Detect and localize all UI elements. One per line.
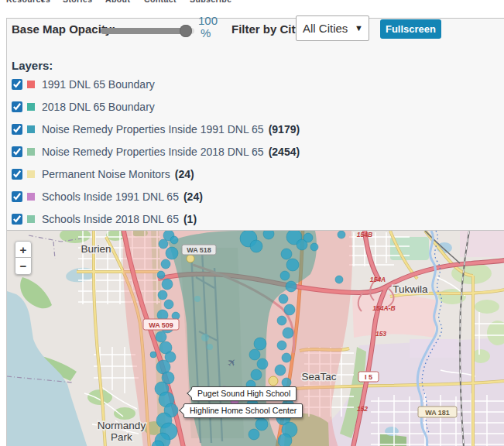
layer-checkbox[interactable] [12, 214, 22, 225]
layer-swatch [27, 103, 35, 111]
svg-text:WA 518: WA 518 [187, 246, 211, 254]
svg-text:154A-B: 154A-B [372, 304, 395, 312]
layer-row-schools-2018: Schools Inside 2018 DNL 65 (1) [12, 212, 197, 225]
select-chevron-icon: ▼ [355, 16, 363, 40]
layer-row-remedy-2018: Noise Remedy Properties Inside 2018 DNL … [12, 145, 300, 158]
layer-label: 1991 DNL 65 Boundary [42, 78, 155, 91]
layer-row-1991-boundary: 1991 DNL 65 Boundary [12, 77, 155, 91]
nav-item-subscribe[interactable]: Subscribe [190, 0, 231, 4]
shield-wa518: WA 518 [182, 245, 216, 255]
map-container[interactable]: ✈ WA 509 WA 518 I 5 WA 181 154B 154A [7, 230, 504, 446]
shield-i5: I 5 [358, 372, 379, 382]
layer-swatch [27, 148, 35, 156]
layer-checkbox[interactable] [12, 146, 22, 157]
map-zoom-control: + − [15, 241, 32, 275]
svg-text:WA 509: WA 509 [149, 321, 173, 329]
svg-text:153: 153 [375, 330, 386, 338]
label-tukwila: Tukwila [393, 283, 428, 295]
layer-label: Noise Remedy Properties Inside 2018 DNL … [42, 146, 264, 158]
layer-swatch [27, 125, 35, 133]
filter-label: Filter by City: [231, 22, 306, 36]
fullscreen-button[interactable]: Fullscreen [380, 19, 441, 39]
layer-swatch [27, 215, 35, 223]
layer-row-schools-1991: Schools Inside 1991 DNL 65 (24) [12, 190, 203, 203]
layer-checkbox[interactable] [12, 124, 22, 135]
opacity-slider[interactable] [101, 25, 194, 37]
layer-checkbox[interactable] [12, 169, 22, 180]
layer-row-2018-boundary: 2018 DNL 65 Boundary [12, 100, 155, 113]
svg-text:I 5: I 5 [365, 373, 372, 381]
svg-text:154B: 154B [357, 231, 372, 238]
layer-row-monitors: Permanent Noise Monitors (24) [12, 167, 194, 180]
map-widget-panel: Base Map Opacity: 100 % Filter by City: … [6, 18, 504, 446]
layer-label: Permanent Noise Monitors [42, 168, 170, 180]
zoom-in-button[interactable]: + [15, 241, 32, 258]
slider-thumb[interactable] [180, 25, 192, 37]
layer-swatch [27, 81, 35, 88]
shield-wa181: WA 181 [418, 407, 457, 417]
layer-label: 2018 DNL 65 Boundary [42, 101, 155, 113]
layer-count: (24) [183, 190, 203, 203]
label-normandy-park: Park [111, 431, 132, 443]
layer-count: (24) [175, 168, 194, 180]
nav-item-about[interactable]: About [105, 0, 130, 4]
top-nav: Resources ▾ Stories About Contact Subscr… [0, 0, 504, 7]
layer-swatch [27, 193, 35, 201]
nav-item-stories[interactable]: Stories [63, 0, 92, 4]
layer-checkbox[interactable] [12, 191, 22, 202]
slider-fill [101, 28, 186, 34]
layer-count: (9179) [269, 123, 300, 136]
tooltip-highline-home-school-center: Highline Home School Center [183, 403, 303, 418]
city-filter-select[interactable]: All Cities ▼ [296, 15, 369, 41]
map-area-residential [352, 293, 437, 338]
layer-label: Schools Inside 1991 DNL 65 [42, 190, 179, 203]
layer-checkbox[interactable] [12, 101, 22, 112]
label-normandy-park: Normandy [98, 420, 146, 431]
layer-count: (1) [183, 213, 197, 225]
layer-label: Noise Remedy Properties Inside 1991 DNL … [42, 123, 264, 136]
label-seatac: SeaTac [301, 371, 336, 383]
chevron-down-icon: ▾ [40, 0, 45, 4]
zoom-out-button[interactable]: − [15, 258, 32, 275]
map-area-residential [410, 339, 458, 358]
svg-text:152: 152 [357, 405, 368, 413]
layer-count: (2454) [269, 146, 300, 158]
svg-text:WA 181: WA 181 [425, 409, 450, 417]
svg-text:154A: 154A [370, 276, 386, 283]
layers-heading: Layers: [12, 59, 53, 72]
opacity-value: 100 % [198, 15, 218, 39]
city-filter-value: All Cities [303, 16, 348, 40]
shield-wa509: WA 509 [143, 319, 179, 330]
tooltip-puget-sound-high-school: Puget Sound High School [191, 386, 297, 401]
label-burien: Burien [81, 243, 111, 255]
layer-row-remedy-1991: Noise Remedy Properties Inside 1991 DNL … [12, 122, 300, 136]
layer-checkbox[interactable] [12, 79, 22, 90]
layer-swatch [27, 170, 35, 178]
layer-label: Schools Inside 2018 DNL 65 [42, 213, 179, 225]
nav-item-contact[interactable]: Contact [144, 0, 177, 4]
